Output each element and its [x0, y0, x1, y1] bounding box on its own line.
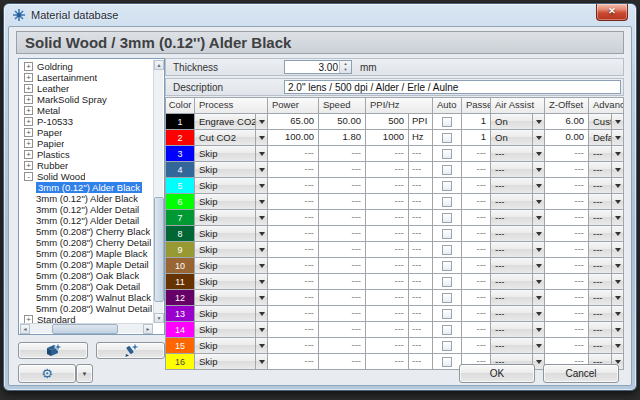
expand-icon[interactable]: +	[24, 84, 33, 93]
z-offset-cell[interactable]: ---	[545, 290, 588, 305]
power-cell[interactable]: ---	[268, 242, 318, 257]
advanced-select[interactable]: ---	[589, 194, 623, 209]
advanced-select[interactable]: ---	[589, 210, 623, 225]
advanced-select[interactable]: ---	[589, 146, 623, 161]
air-assist-select[interactable]: ---	[491, 178, 544, 193]
process-select[interactable]: Skip	[195, 162, 267, 177]
process-select[interactable]: Cut CO2	[195, 130, 267, 145]
air-assist-select[interactable]: ---	[491, 242, 544, 257]
ppi-hz-cell[interactable]: ---	[366, 226, 408, 241]
dropdown-arrow-icon[interactable]	[532, 178, 544, 193]
auto-checkbox[interactable]	[442, 149, 452, 159]
advanced-select[interactable]: Default	[589, 130, 623, 145]
ppi-hz-cell[interactable]: ---	[366, 354, 408, 369]
scrollbar-thumb[interactable]	[52, 324, 119, 334]
thickness-value[interactable]: 3.00	[285, 62, 339, 73]
color-swatch[interactable]: 2	[166, 130, 194, 145]
tree-item[interactable]: +MarkSolid Spray	[20, 94, 153, 105]
dropdown-arrow-icon[interactable]	[255, 242, 267, 257]
passes-cell[interactable]: ---	[462, 290, 490, 305]
passes-cell[interactable]: ---	[462, 226, 490, 241]
auto-checkbox[interactable]	[442, 309, 452, 319]
title-bar[interactable]: Material database	[4, 4, 636, 26]
color-swatch[interactable]: 8	[166, 226, 194, 241]
ppi-hz-cell[interactable]: ---	[366, 178, 408, 193]
ppi-hz-cell[interactable]: ---	[366, 146, 408, 161]
passes-cell[interactable]: ---	[462, 338, 490, 353]
z-offset-cell[interactable]: ---	[545, 322, 588, 337]
power-cell[interactable]: ---	[268, 274, 318, 289]
dropdown-arrow-icon[interactable]	[255, 306, 267, 321]
auto-checkbox[interactable]	[442, 117, 452, 127]
tree-item[interactable]: -Solid Wood	[20, 171, 153, 182]
settings-gear-icon[interactable]: ⚙	[18, 364, 76, 383]
cancel-button[interactable]: Cancel	[543, 364, 619, 383]
speed-cell[interactable]: 1.80	[319, 130, 365, 145]
expand-icon[interactable]: +	[24, 128, 33, 137]
expand-icon[interactable]: +	[24, 315, 33, 323]
auto-checkbox[interactable]	[442, 325, 452, 335]
z-offset-cell[interactable]: ---	[545, 338, 588, 353]
expand-icon[interactable]: +	[24, 161, 33, 170]
tree-item[interactable]: +Paper	[20, 127, 153, 138]
ppi-hz-cell[interactable]: ---	[366, 258, 408, 273]
dropdown-arrow-icon[interactable]	[255, 130, 267, 145]
advanced-select[interactable]: Custom	[589, 114, 623, 129]
dropdown-arrow-icon[interactable]	[611, 162, 623, 177]
ppi-hz-cell[interactable]: ---	[366, 322, 408, 337]
dropdown-arrow-icon[interactable]	[611, 226, 623, 241]
speed-cell[interactable]: ---	[319, 162, 365, 177]
tree-item[interactable]: +Lasertainment	[20, 72, 153, 83]
air-assist-select[interactable]: ---	[491, 162, 544, 177]
passes-cell[interactable]: ---	[462, 258, 490, 273]
add-material-button[interactable]	[18, 342, 88, 359]
dropdown-arrow-icon[interactable]	[611, 242, 623, 257]
dropdown-arrow-icon[interactable]	[611, 194, 623, 209]
passes-cell[interactable]: ---	[462, 194, 490, 209]
dropdown-arrow-icon[interactable]	[532, 274, 544, 289]
spinner-down-icon[interactable]: ▼	[340, 67, 351, 73]
air-assist-select[interactable]: ---	[491, 290, 544, 305]
z-offset-cell[interactable]: ---	[545, 242, 588, 257]
dropdown-arrow-icon[interactable]	[255, 162, 267, 177]
auto-checkbox[interactable]	[442, 357, 452, 367]
speed-cell[interactable]: ---	[319, 210, 365, 225]
tree-item[interactable]: 3mm (0.12") Alder Detail	[20, 204, 153, 215]
dropdown-arrow-icon[interactable]	[255, 338, 267, 353]
dropdown-arrow-icon[interactable]	[532, 146, 544, 161]
process-select[interactable]: Skip	[195, 338, 267, 353]
expand-icon[interactable]: +	[24, 62, 33, 71]
z-offset-cell[interactable]: ---	[545, 210, 588, 225]
dropdown-arrow-icon[interactable]	[532, 290, 544, 305]
ppi-hz-cell[interactable]: 500	[366, 114, 408, 129]
dropdown-arrow-icon[interactable]	[255, 114, 267, 129]
dropdown-arrow-icon[interactable]	[611, 322, 623, 337]
advanced-select[interactable]: ---	[589, 258, 623, 273]
tree-item[interactable]: 3mm (0.12") Alder Detail	[20, 215, 153, 226]
tree-item[interactable]: +Papier	[20, 138, 153, 149]
dropdown-arrow-icon[interactable]	[255, 178, 267, 193]
dropdown-arrow-icon[interactable]	[255, 274, 267, 289]
power-cell[interactable]: ---	[268, 162, 318, 177]
expand-icon[interactable]: +	[24, 95, 33, 104]
dropdown-arrow-icon[interactable]	[532, 162, 544, 177]
process-select[interactable]: Skip	[195, 274, 267, 289]
advanced-select[interactable]: ---	[589, 274, 623, 289]
auto-checkbox[interactable]	[442, 213, 452, 223]
color-swatch[interactable]: 3	[166, 146, 194, 161]
process-select[interactable]: Skip	[195, 226, 267, 241]
expand-icon[interactable]: +	[24, 139, 33, 148]
tree-item[interactable]: 5mm (0.208") Maple Detail	[20, 259, 153, 270]
air-assist-select[interactable]: ---	[491, 226, 544, 241]
power-cell[interactable]: ---	[268, 226, 318, 241]
power-cell[interactable]: ---	[268, 354, 318, 369]
passes-cell[interactable]: ---	[462, 274, 490, 289]
speed-cell[interactable]: ---	[319, 338, 365, 353]
dropdown-arrow-icon[interactable]	[532, 338, 544, 353]
z-offset-cell[interactable]: ---	[545, 194, 588, 209]
ppi-hz-cell[interactable]: ---	[366, 194, 408, 209]
color-swatch[interactable]: 16	[166, 354, 194, 369]
thickness-spinner[interactable]: ▲ ▼	[339, 61, 351, 73]
auto-checkbox[interactable]	[442, 133, 452, 143]
auto-checkbox[interactable]	[442, 229, 452, 239]
